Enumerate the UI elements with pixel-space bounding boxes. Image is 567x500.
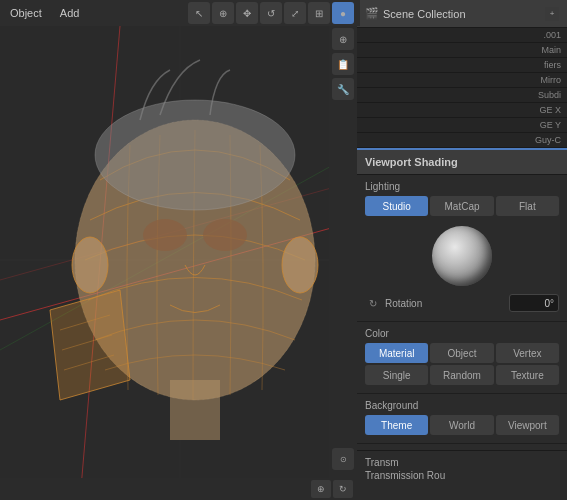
rotate-tool-icon[interactable]: ↺ xyxy=(260,2,282,24)
color-vertex-btn[interactable]: Vertex xyxy=(496,343,559,363)
outliner-item-2: Main xyxy=(541,45,561,55)
bg-world-btn[interactable]: World xyxy=(430,415,493,435)
outliner-item-gex: GE X xyxy=(539,105,561,115)
color-label: Color xyxy=(365,328,559,339)
lighting-buttons: Studio MatCap Flat xyxy=(365,196,559,216)
outliner-item-3: fiers xyxy=(544,60,561,70)
outliner-item-1: .001 xyxy=(543,30,561,40)
transform-tool-icon[interactable]: ⊞ xyxy=(308,2,330,24)
color-row1: Material Object Vertex xyxy=(365,343,559,363)
side-icon-3[interactable]: 🔧 xyxy=(332,78,354,100)
right-panel: 🎬 Scene Collection + .001 Main fiers Mir… xyxy=(357,0,567,500)
color-texture-btn[interactable]: Texture xyxy=(496,365,559,385)
rotation-row: ↻ Rotation 0° xyxy=(365,294,559,312)
background-buttons: Theme World Viewport xyxy=(365,415,559,435)
top-menubar: Object Add ↖ ⊕ ✥ ↺ ⤢ ⊞ ● xyxy=(0,0,360,26)
transmission-label2: Transmission Rou xyxy=(365,470,445,481)
viewport-shading-icon[interactable]: ● xyxy=(332,2,354,24)
transmission-label1: Transm xyxy=(365,457,399,468)
navigation-icon[interactable]: ⊙ xyxy=(332,448,354,470)
side-icon-2[interactable]: 📋 xyxy=(332,53,354,75)
rotation-icon: ↻ xyxy=(365,295,381,311)
color-random-btn[interactable]: Random xyxy=(430,365,493,385)
transmission-row1: Transm xyxy=(365,457,559,468)
transmission-area: Transm Transmission Rou xyxy=(357,450,567,500)
outliner-item-guyc: Guy-C xyxy=(535,135,561,145)
bg-theme-btn[interactable]: Theme xyxy=(365,415,428,435)
lighting-matcap-btn[interactable]: MatCap xyxy=(430,196,493,216)
sphere-preview-container xyxy=(365,218,559,294)
cursor-tool-icon[interactable]: ⊕ xyxy=(212,2,234,24)
color-row2: Single Random Texture xyxy=(365,365,559,385)
scene-collection-header: 🎬 Scene Collection + xyxy=(357,0,567,28)
svg-point-15 xyxy=(95,100,295,210)
scene-collection-title: Scene Collection xyxy=(383,8,466,20)
scene-icon: 🎬 xyxy=(365,7,379,20)
lighting-section: Lighting Studio MatCap Flat ↻ Rotation 0… xyxy=(357,175,567,322)
scale-tool-icon[interactable]: ⤢ xyxy=(284,2,306,24)
outliner-item-gey: GE Y xyxy=(540,120,561,130)
lighting-flat-btn[interactable]: Flat xyxy=(496,196,559,216)
move-tool-icon[interactable]: ✥ xyxy=(236,2,258,24)
viewport-bottom-strip: ⊕ ↻ xyxy=(0,478,357,500)
viewport[interactable] xyxy=(0,0,360,500)
color-section: Color Material Object Vertex Single Rand… xyxy=(357,322,567,394)
svg-rect-17 xyxy=(170,380,220,440)
side-icon-1[interactable]: ⊕ xyxy=(332,28,354,50)
lighting-studio-btn[interactable]: Studio xyxy=(365,196,428,216)
svg-point-10 xyxy=(203,219,247,251)
rotation-value[interactable]: 0° xyxy=(509,294,559,312)
outliner-item-mirro: Mirro xyxy=(541,75,562,85)
select-tool-icon[interactable]: ↖ xyxy=(188,2,210,24)
viewport-shading-panel: Viewport Shading Lighting Studio MatCap … xyxy=(357,148,567,500)
add-collection-icon[interactable]: + xyxy=(545,7,559,21)
rotation-label: Rotation xyxy=(385,298,505,309)
outliner-item-subdi: Subdi xyxy=(538,90,561,100)
color-single-btn[interactable]: Single xyxy=(365,365,428,385)
color-material-btn[interactable]: Material xyxy=(365,343,428,363)
bg-viewport-btn[interactable]: Viewport xyxy=(496,415,559,435)
viewport-shading-title: Viewport Shading xyxy=(357,150,567,175)
menu-object[interactable]: Object xyxy=(6,5,46,21)
background-section: Background Theme World Viewport xyxy=(357,394,567,444)
lighting-label: Lighting xyxy=(365,181,559,192)
menu-add[interactable]: Add xyxy=(56,5,84,21)
color-object-btn[interactable]: Object xyxy=(430,343,493,363)
side-strip: ⊕ 📋 🔧 ⊙ xyxy=(329,0,357,500)
sphere-preview[interactable] xyxy=(432,226,492,286)
transmission-row2: Transmission Rou xyxy=(365,470,559,481)
bottom-icon-1[interactable]: ⊕ xyxy=(311,480,331,498)
background-label: Background xyxy=(365,400,559,411)
bottom-icon-2[interactable]: ↻ xyxy=(333,480,353,498)
svg-point-9 xyxy=(143,219,187,251)
